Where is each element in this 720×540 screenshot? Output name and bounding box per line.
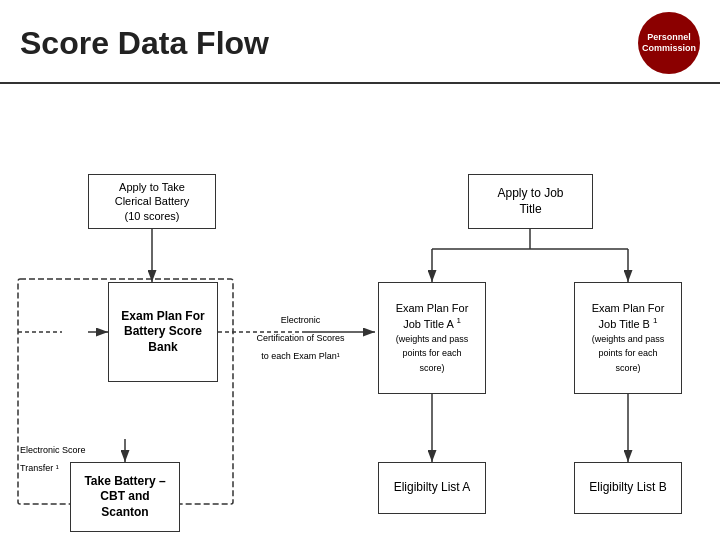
exam-plan-job-b-box: Exam Plan ForJob Title B 1(weights and p… xyxy=(574,282,682,394)
apply-clerical-box: Apply to TakeClerical Battery(10 scores) xyxy=(88,174,216,229)
electronic-cert-label: ElectronicCertification of Scoresto each… xyxy=(228,309,373,363)
page-title: Score Data Flow xyxy=(20,25,269,62)
exam-plan-job-b-label: Exam Plan ForJob Title B 1(weights and p… xyxy=(592,301,665,374)
logo: Personnel Commission xyxy=(638,12,700,74)
exam-plan-job-a-box: Exam Plan ForJob Title A 1(weights and p… xyxy=(378,282,486,394)
exam-plan-battery-box: Exam Plan ForBattery ScoreBank xyxy=(108,282,218,382)
eligibility-a-label: Eligibilty List A xyxy=(394,480,471,496)
eligibility-b-label: Eligibilty List B xyxy=(589,480,666,496)
header: Score Data Flow Personnel Commission xyxy=(0,0,720,84)
logo-area: Personnel Commission xyxy=(638,12,700,74)
take-battery-label: Take Battery –CBT andScanton xyxy=(84,474,165,521)
page: Score Data Flow Personnel Commission xyxy=(0,0,720,540)
electronic-score-label: Electronic ScoreTransfer ¹ xyxy=(20,439,110,475)
apply-job-box: Apply to JobTitle xyxy=(468,174,593,229)
exam-plan-battery-label: Exam Plan ForBattery ScoreBank xyxy=(121,309,204,356)
flow-area: Apply to TakeClerical Battery(10 scores)… xyxy=(0,84,720,540)
eligibility-b-box: Eligibilty List B xyxy=(574,462,682,514)
exam-plan-job-a-label: Exam Plan ForJob Title A 1(weights and p… xyxy=(396,301,469,374)
logo-line1: Personnel xyxy=(647,32,691,43)
apply-clerical-label: Apply to TakeClerical Battery(10 scores) xyxy=(115,180,190,223)
logo-line2: Commission xyxy=(642,43,696,54)
eligibility-a-box: Eligibilty List A xyxy=(378,462,486,514)
apply-job-label: Apply to JobTitle xyxy=(497,186,563,217)
